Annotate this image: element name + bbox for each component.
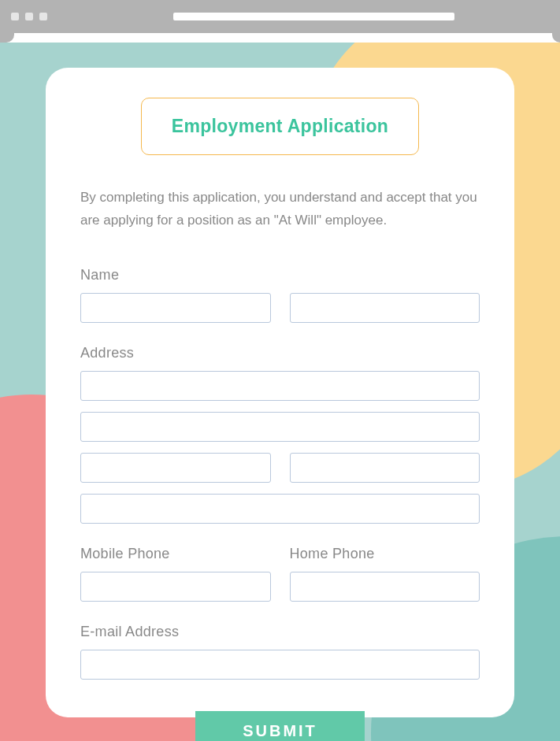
address-label: Address: [80, 345, 480, 361]
home-phone-input[interactable]: [290, 572, 480, 602]
window-control-dot[interactable]: [25, 13, 33, 20]
browser-title-bar: [0, 0, 560, 33]
name-field-group: Name: [80, 267, 480, 323]
email-field-group: E-mail Address: [80, 624, 480, 680]
phone-field-group: Mobile Phone Home Phone: [80, 546, 480, 602]
email-label: E-mail Address: [80, 624, 480, 640]
mobile-phone-label: Mobile Phone: [80, 546, 271, 562]
window-controls: [11, 13, 47, 20]
mobile-phone-input[interactable]: [80, 572, 271, 602]
window-control-dot[interactable]: [11, 13, 19, 20]
submit-button[interactable]: SUBMIT: [195, 711, 365, 741]
name-label: Name: [80, 267, 480, 283]
last-name-input[interactable]: [290, 293, 480, 323]
window-control-dot[interactable]: [39, 13, 47, 20]
address-city-input[interactable]: [80, 453, 271, 483]
home-phone-label: Home Phone: [290, 546, 480, 562]
first-name-input[interactable]: [80, 293, 271, 323]
address-state-input[interactable]: [290, 453, 480, 483]
browser-url-bar[interactable]: [173, 13, 454, 20]
browser-tab-bar: [0, 33, 560, 43]
address-zip-input[interactable]: [80, 494, 480, 524]
title-container: Employment Application: [141, 98, 419, 155]
address-line1-input[interactable]: [80, 371, 480, 401]
address-field-group: Address: [80, 345, 480, 524]
application-form-card: Employment Application By completing thi…: [46, 68, 514, 717]
form-title: Employment Application: [172, 116, 388, 137]
email-input[interactable]: [80, 650, 480, 680]
address-line2-input[interactable]: [80, 412, 480, 442]
intro-text: By completing this application, you unde…: [80, 187, 480, 232]
